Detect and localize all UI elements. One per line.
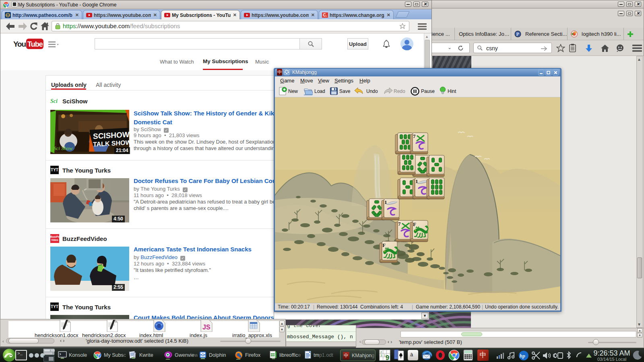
svg-text:9: 9 xyxy=(386,354,389,361)
svg-text:Tube: Tube xyxy=(27,40,43,48)
svg-text:à: à xyxy=(410,352,413,358)
svg-text:Sci: Sci xyxy=(50,98,58,104)
svg-text:2: 2 xyxy=(380,351,382,354)
svg-text:You: You xyxy=(13,40,26,48)
svg-text:Sci Show: Sci Show xyxy=(54,145,73,151)
svg-text:P: P xyxy=(516,31,519,37)
svg-text:3: 3 xyxy=(380,354,382,357)
svg-text:JS: JS xyxy=(202,324,211,331)
svg-text:hp: hp xyxy=(520,353,525,359)
